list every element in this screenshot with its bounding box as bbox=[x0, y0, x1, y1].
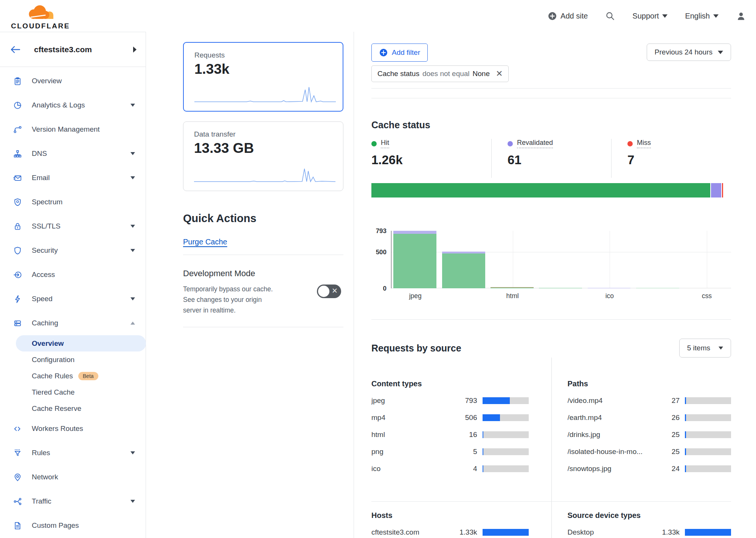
sidebar-item-rules[interactable]: Rules bbox=[0, 441, 146, 465]
chart-x-labels: jpeghtmlicocss bbox=[391, 292, 731, 301]
add-filter-label: Add filter bbox=[392, 48, 420, 57]
sidebar-item-security[interactable]: Security bbox=[0, 238, 146, 263]
sidebar-item-custom-pages[interactable]: Custom Pages bbox=[0, 513, 146, 538]
table-row[interactable]: /drinks.jpg25 bbox=[568, 426, 731, 443]
chart-bar[interactable] bbox=[393, 231, 436, 288]
add-site-button[interactable]: Add site bbox=[548, 11, 588, 21]
chevron-down-icon bbox=[130, 176, 135, 179]
language-menu[interactable]: English bbox=[685, 12, 719, 20]
sidebar-item-email[interactable]: Email bbox=[0, 166, 146, 190]
row-label: html bbox=[371, 431, 458, 439]
table-row[interactable]: /earth.mp426 bbox=[568, 409, 731, 426]
chevron-down-icon bbox=[130, 500, 135, 503]
row-value: 16 bbox=[458, 431, 477, 439]
sidebar-item-workers-routes[interactable]: Workers Routes bbox=[0, 417, 146, 441]
branch-icon bbox=[12, 125, 22, 134]
sidebar-item-network[interactable]: Network bbox=[0, 465, 146, 489]
sidebar-item-speed[interactable]: Speed bbox=[0, 287, 146, 311]
x-axis-label: jpeg bbox=[409, 292, 422, 300]
chart-bar[interactable] bbox=[636, 288, 679, 289]
sidebar-item-access[interactable]: Access bbox=[0, 263, 146, 287]
sidebar-subitem-cache-reserve[interactable]: Cache Reserve bbox=[0, 400, 146, 417]
sidebar-subitem-configuration[interactable]: Configuration bbox=[0, 351, 146, 368]
row-value: 27 bbox=[660, 397, 680, 405]
purge-cache-link[interactable]: Purge Cache bbox=[183, 238, 227, 246]
sidebar-item-spectrum[interactable]: Spectrum bbox=[0, 190, 146, 214]
logo-text: CLOUDFLARE bbox=[8, 22, 73, 30]
support-menu[interactable]: Support bbox=[632, 12, 668, 20]
remove-filter-icon[interactable]: ✕ bbox=[496, 69, 503, 79]
site-selector[interactable]: cftestsite3.com bbox=[0, 32, 146, 67]
gridline-vertical bbox=[513, 231, 513, 288]
row-bar-track bbox=[483, 465, 529, 472]
row-label: /earth.mp4 bbox=[568, 414, 660, 422]
stat-label[interactable]: Revalidated bbox=[517, 139, 553, 148]
table-row[interactable]: jpeg793 bbox=[371, 392, 529, 409]
table-row[interactable]: /snowtops.jpg24 bbox=[568, 460, 731, 477]
add-filter-button[interactable]: Add filter bbox=[371, 44, 428, 62]
chart-bar[interactable] bbox=[539, 288, 582, 289]
bar-segment bbox=[539, 288, 582, 289]
table-row[interactable]: png5 bbox=[371, 443, 529, 460]
chart-bar[interactable] bbox=[491, 287, 534, 288]
row-bar-fill bbox=[685, 529, 731, 536]
spectrum-icon bbox=[12, 198, 22, 207]
sidebar-subitem-label: Configuration bbox=[32, 356, 75, 364]
data-transfer-metric-card[interactable]: Data transfer 13.33 GB bbox=[183, 121, 343, 191]
chart-bar[interactable] bbox=[442, 252, 485, 288]
chart-bar[interactable] bbox=[685, 288, 728, 289]
row-bar-track bbox=[685, 414, 731, 421]
search-icon[interactable] bbox=[605, 11, 615, 21]
time-range-select[interactable]: Previous 24 hours bbox=[647, 44, 731, 61]
sidebar-item-version-management[interactable]: Version Management bbox=[0, 117, 146, 141]
sidebar-item-overview[interactable]: Overview bbox=[0, 69, 146, 93]
sidebar-item-dns[interactable]: DNS bbox=[0, 141, 146, 166]
row-bar-fill bbox=[483, 414, 500, 421]
filter-operator: does not equal bbox=[422, 70, 470, 78]
sidebar-subitem-tiered-cache[interactable]: Tiered Cache bbox=[0, 384, 146, 400]
sidebar-item-label: Speed bbox=[32, 295, 53, 303]
sidebar-subitem-overview[interactable]: Overview bbox=[16, 335, 146, 351]
table-row[interactable]: /isolated-house-in-mo...25 bbox=[568, 443, 731, 460]
requests-sparkline bbox=[194, 84, 337, 104]
sidebar-item-caching[interactable]: Caching bbox=[0, 311, 146, 335]
row-value: 4 bbox=[458, 465, 477, 473]
table-source-device-types: Source device typesDesktop1.33k bbox=[551, 501, 731, 538]
cloudflare-logo[interactable]: CLOUDFLARE bbox=[8, 2, 73, 30]
chevron-right-icon[interactable] bbox=[133, 47, 137, 53]
row-bar-fill bbox=[483, 465, 484, 472]
chevron-down-icon bbox=[718, 51, 723, 54]
table-row[interactable]: /video.mp427 bbox=[568, 392, 731, 409]
row-bar-fill bbox=[483, 448, 484, 455]
items-count-select[interactable]: 5 items bbox=[679, 339, 731, 358]
toggle-off-x-icon: ✕ bbox=[332, 286, 338, 295]
sidebar-item-ssl-tls[interactable]: SSL/TLS bbox=[0, 214, 146, 238]
items-count-label: 5 items bbox=[687, 344, 710, 352]
stat-revalidated: Revalidated61 bbox=[491, 139, 611, 178]
stat-label[interactable]: Miss bbox=[637, 139, 651, 148]
table-row[interactable]: html16 bbox=[371, 426, 529, 443]
table-title: Paths bbox=[568, 379, 731, 388]
sidebar-item-analytics-logs[interactable]: Analytics & Logs bbox=[0, 93, 146, 117]
x-axis-label: ico bbox=[605, 292, 614, 300]
cache-status-section: Cache status Hit1.26kRevalidated61Miss7 … bbox=[371, 98, 731, 320]
back-arrow-icon[interactable] bbox=[10, 45, 20, 54]
stat-label[interactable]: Hit bbox=[381, 139, 389, 148]
chart-bar[interactable] bbox=[588, 288, 631, 289]
table-row[interactable]: cftestsite3.com1.33k bbox=[371, 524, 529, 538]
requests-metric-card[interactable]: Requests 1.33k bbox=[183, 42, 343, 112]
table-row[interactable]: ico4 bbox=[371, 460, 529, 477]
sidebar-item-traffic[interactable]: Traffic bbox=[0, 489, 146, 513]
support-label: Support bbox=[632, 12, 659, 20]
bar-segment bbox=[491, 288, 534, 288]
quick-actions-title: Quick Actions bbox=[183, 212, 343, 225]
filter-chip[interactable]: Cache status does not equal None ✕ bbox=[371, 65, 509, 82]
table-row[interactable]: mp4506 bbox=[371, 409, 529, 426]
sidebar-item-label: Analytics & Logs bbox=[32, 101, 85, 109]
sidebar-subitem-cache-rules[interactable]: Cache RulesBeta bbox=[0, 368, 146, 384]
user-icon[interactable] bbox=[736, 11, 746, 21]
development-mode-toggle[interactable]: ✕ bbox=[317, 285, 341, 298]
bar-segment bbox=[636, 288, 679, 289]
bar-segment bbox=[588, 288, 631, 289]
table-row[interactable]: Desktop1.33k bbox=[568, 524, 731, 538]
